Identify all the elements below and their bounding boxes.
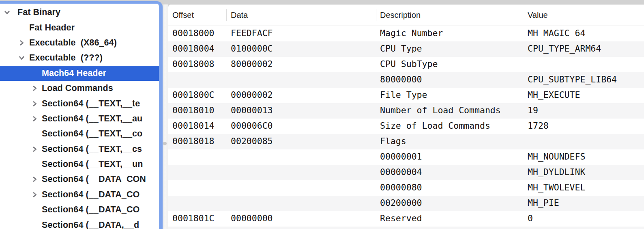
table-row[interactable]: 0001800C00000002File TypeMH_EXECUTE (168, 88, 644, 103)
table-row[interactable]: 0001801800200085Flags (168, 134, 644, 149)
table-row[interactable]: 00000004MH_DYLDLINK (168, 165, 644, 180)
chevron-spacer (30, 205, 39, 215)
cell-description: File Type (380, 90, 427, 100)
chevron-right-icon[interactable] (30, 99, 39, 108)
cell-description: Size of Load Commands (380, 121, 490, 131)
tree-item-label: Section64 (__TEXT,__cs (42, 144, 142, 154)
chevron-right-icon[interactable] (30, 84, 39, 93)
chevron-right-icon[interactable] (30, 190, 39, 199)
chevron-right-icon[interactable] (30, 144, 39, 154)
header-fields-table: Offset Data Description Value 00018000FE… (168, 4, 644, 229)
tree-item-section64-data-con[interactable]: Section64 (__DATA_CON (0, 172, 159, 187)
cell-value: MH_NOUNDEFS (528, 151, 585, 162)
cell-description: 80000000 (380, 74, 422, 84)
tree-item-label: Executable (X86_64) (29, 38, 117, 48)
chevron-right-icon[interactable] (30, 175, 39, 184)
tree-item-section64-text-co[interactable]: Section64 (__TEXT,__co (0, 126, 159, 141)
table-row[interactable]: 00200000MH_PIE (168, 196, 644, 211)
cell-data: 0100000C (231, 43, 273, 54)
tree-item-section64-data-co[interactable]: Section64 (__DATA_CO (0, 187, 159, 202)
column-header-value[interactable]: Value (528, 5, 548, 26)
tree-item-fat-header[interactable]: Fat Header (0, 20, 159, 35)
table-row[interactable]: 00018014000006C0Size of Load Commands172… (168, 119, 644, 134)
cell-value: MH_DYLDLINK (528, 167, 585, 177)
chevron-down-icon[interactable] (17, 53, 26, 63)
tree-item-section64-data-d[interactable]: Section64 (__DATA,__d (0, 217, 159, 229)
chevron-right-icon[interactable] (30, 114, 39, 123)
tree-item-label: Section64 (__DATA,__d (42, 220, 139, 229)
column-separator[interactable] (226, 9, 227, 21)
tree-item-label: Section64 (__TEXT,__au (42, 114, 142, 124)
table-row[interactable]: 0001800880000002CPU SubType (168, 57, 644, 72)
tree-item-label: Section64 (__DATA_CON (42, 174, 146, 184)
tree-item-label: Section64 (__DATA_CO (42, 205, 140, 215)
tree-item-fat-binary[interactable]: Fat Binary (0, 5, 159, 20)
cell-offset: 00018004 (172, 43, 215, 54)
cell-data: 000006C0 (231, 121, 273, 131)
tree-item-label: Load Commands (42, 83, 113, 93)
splitter-handle-dot[interactable] (163, 142, 167, 145)
column-separator[interactable] (525, 9, 525, 21)
column-header-description[interactable]: Description (380, 5, 421, 26)
cell-data: FEEDFACF (231, 28, 273, 38)
cell-value: CPU_SUBTYPE_LIB64 (528, 74, 617, 84)
tree-item-label: Section64 (__DATA_CO (42, 190, 140, 200)
tree-item-executable-x86-64[interactable]: Executable (X86_64) (0, 35, 159, 50)
table-row[interactable]: 0001801C00000000Reserved0 (168, 211, 644, 227)
cell-offset: 00018018 (172, 136, 215, 146)
chevron-right-icon[interactable] (17, 38, 26, 48)
column-header-data[interactable]: Data (231, 5, 248, 26)
table-row[interactable]: 000180040100000CCPU TypeCPU_TYPE_ARM64 (168, 41, 644, 57)
cell-description: Reserved (380, 213, 422, 223)
tree-item-executable[interactable]: Executable (???) (0, 50, 159, 65)
tree-item-label: Fat Binary (17, 7, 60, 17)
tree-item-label: Executable (???) (29, 53, 103, 63)
tree-item-label: Fat Header (29, 23, 75, 33)
table-row[interactable]: 0001801000000013Number of Load Commands1… (168, 103, 644, 119)
table-row-partial[interactable] (168, 227, 644, 229)
tree-item-section64-text-te[interactable]: Section64 (__TEXT,__te (0, 96, 159, 111)
cell-value: MH_MAGIC_64 (528, 28, 585, 38)
tree-item-label: Section64 (__TEXT,__un (42, 159, 143, 169)
cell-value: 19 (528, 105, 538, 115)
tree-item-mach64-header[interactable]: Mach64 Header (0, 66, 159, 81)
cell-data: 80000002 (231, 59, 273, 69)
cell-description: 00000001 (380, 151, 422, 162)
cell-value: MH_TWOLEVEL (528, 182, 585, 192)
chevron-spacer (30, 220, 39, 229)
tree-item-section64-data-co[interactable]: Section64 (__DATA_CO (0, 202, 159, 217)
tree-item-label: Mach64 Header (42, 68, 106, 78)
tree-item-section64-text-au[interactable]: Section64 (__TEXT,__au (0, 111, 159, 126)
sidebar-tree-pane: Fat BinaryFat HeaderExecutable (X86_64)E… (0, 1, 163, 229)
table-row[interactable]: 00000080MH_TWOLEVEL (168, 180, 644, 196)
cell-offset: 0001801C (172, 213, 215, 223)
cell-description: CPU Type (380, 43, 422, 54)
cell-data: 00200085 (231, 136, 273, 146)
binary-structure-tree: Fat BinaryFat HeaderExecutable (X86_64)E… (0, 4, 159, 229)
table-row[interactable]: 00018000FEEDFACFMagic NumberMH_MAGIC_64 (168, 26, 644, 41)
cell-offset: 0001800C (172, 90, 215, 100)
table-row[interactable]: 80000000CPU_SUBTYPE_LIB64 (168, 72, 644, 88)
cell-offset: 00018000 (172, 28, 215, 38)
chevron-spacer (30, 68, 39, 78)
tree-item-load-commands[interactable]: Load Commands (0, 81, 159, 96)
chevron-down-icon[interactable] (2, 8, 11, 17)
tree-item-label: Section64 (__TEXT,__co (42, 129, 142, 139)
column-separator[interactable] (376, 9, 376, 21)
column-header-offset[interactable]: Offset (172, 5, 194, 26)
table-body: 00018000FEEDFACFMagic NumberMH_MAGIC_640… (168, 26, 644, 229)
cell-data: 00000000 (231, 213, 273, 223)
cell-value: 0 (528, 213, 533, 223)
cell-data: 00000013 (231, 105, 273, 115)
cell-description: Number of Load Commands (380, 105, 501, 115)
table-row[interactable]: 00000001MH_NOUNDEFS (168, 149, 644, 165)
cell-value: 1728 (528, 121, 549, 131)
cell-description: 00200000 (380, 198, 422, 208)
cell-description: 00000080 (380, 182, 422, 192)
cell-description: Flags (380, 136, 406, 146)
tree-item-section64-text-cs[interactable]: Section64 (__TEXT,__cs (0, 142, 159, 157)
chevron-spacer (17, 23, 26, 32)
tree-item-section64-text-un[interactable]: Section64 (__TEXT,__un (0, 157, 159, 172)
pane-splitter[interactable] (163, 4, 168, 229)
chevron-spacer (30, 129, 39, 139)
